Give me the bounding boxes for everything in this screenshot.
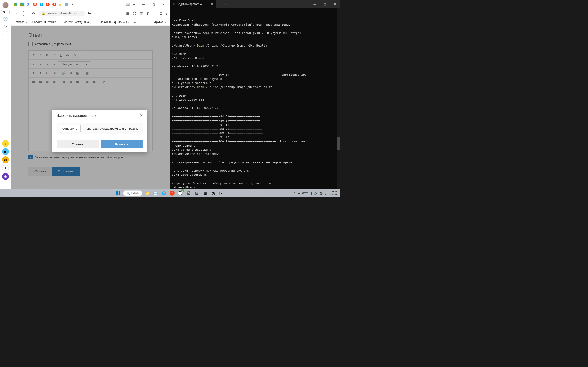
minimize-button[interactable]: — [139, 1, 148, 8]
bookmark-other[interactable]: Другое⌄ [154, 20, 166, 24]
task-mail[interactable]: ✉️ [152, 190, 159, 197]
tab-skype[interactable]: S [39, 2, 44, 7]
reader-mode-icon[interactable]: ▥ [140, 11, 143, 16]
browser-window: 9⌄ 🕘 ▷ 9 𝄞 ▶ ✉ + ◉ ⋯ G Я S Я Я ◆ ▤ + 📖 ≡ [0, 0, 170, 189]
sidebar-app-music[interactable]: 𝄞 [2, 140, 9, 147]
sidebar-overflow-icon[interactable]: ⋯ [3, 181, 8, 186]
bookmark-site[interactable]: Сайт и коммуникаци⌄ [64, 20, 95, 24]
apps-icon[interactable]: ⊞ [126, 11, 129, 16]
tab-yandex-1[interactable]: Я [32, 2, 38, 7]
sidebar-app-mail[interactable]: ✉ [2, 156, 9, 163]
tab-ms-1[interactable] [13, 2, 18, 7]
tray-overflow[interactable]: ^ [294, 192, 295, 195]
clock-icon[interactable]: 🕘 [3, 16, 8, 22]
reload-button[interactable]: ⟳ [30, 10, 37, 17]
download-icon[interactable]: ↓ [166, 11, 167, 15]
sidebar-app-kino[interactable]: ▶ [2, 148, 9, 155]
tray-wifi[interactable]: ⇅ [310, 192, 312, 195]
page-content: Ответ Ответить с цитированием ↶ ↷ B I U … [11, 26, 170, 189]
tab-ms-active[interactable] [19, 2, 25, 7]
headphones-icon[interactable]: 🎧 [132, 11, 137, 16]
bookmark-work[interactable]: Работа⌄ [15, 20, 27, 24]
terminal-body[interactable]: ows PowerShellКорпорация Майкрософт (Mic… [170, 8, 340, 189]
overflow-icon[interactable]: ⋯ [153, 11, 156, 16]
avatar[interactable] [2, 2, 9, 8]
browser-sidebar: 9⌄ 🕘 ▷ 9 𝄞 ▶ ✉ + ◉ ⋯ [0, 0, 11, 189]
terminal-window: ⊳_ Администратор: Windows Pc ✕ + ⌄ — ▢ ✕… [170, 0, 340, 189]
browser-main: G Я S Я Я ◆ ▤ + 📖 ≡ — ▢ ✕ ← Я ⟳ 🔒 [11, 0, 170, 189]
upload-hint: Перетащите сюда файл для отправки. [84, 127, 138, 130]
terminal-titlebar: ⊳_ Администратор: Windows Pc ✕ + ⌄ — ▢ ✕ [170, 0, 340, 8]
task-app-1[interactable]: ▦ [193, 190, 200, 197]
terminal-scrollbar[interactable] [337, 8, 340, 189]
tray-onedrive[interactable]: ☁ [297, 192, 300, 195]
bookmark-news[interactable]: Новости и чтение⌄ [32, 20, 59, 24]
reader-icon[interactable]: 📖 [126, 2, 130, 6]
taskbar: 🔍Поиск 📁 ✉️ 🌐 Y 💬2 📓 ▦ ▦ ◔ ⊳_ ^ ☁ РУС ⇅ … [0, 189, 340, 197]
task-whatsapp[interactable]: 💬2 [177, 190, 184, 197]
terminal-scroll-thumb[interactable] [337, 137, 340, 150]
new-tab-button[interactable]: + [71, 2, 76, 7]
task-yandex[interactable]: Y [169, 190, 175, 197]
terminal-minimize[interactable]: — [310, 0, 320, 8]
dialog-overlay [11, 26, 170, 189]
play-icon[interactable]: ▷ [3, 23, 8, 29]
tab-count-badge[interactable]: 9⌄ [1, 10, 9, 14]
tab-number-icon[interactable]: 9 [3, 31, 8, 35]
terminal-maximize[interactable]: ▢ [320, 0, 330, 8]
task-terminal[interactable]: ⊳_ [218, 190, 225, 197]
search-icon: 🔍 [127, 192, 130, 195]
dialog-insert-button[interactable]: Вставить [101, 140, 143, 148]
close-button[interactable]: ✕ [159, 1, 168, 8]
task-app-3[interactable]: ◔ [210, 190, 217, 197]
url-field[interactable]: 🔒 answers.microsoft.com [39, 11, 85, 16]
start-button[interactable] [115, 190, 122, 197]
bookmark-more[interactable]: » [134, 20, 136, 24]
page-title: Не по... [88, 12, 99, 15]
upload-dropzone[interactable]: Отправить Перетащите сюда файл для отпра… [57, 123, 143, 134]
tab-doc[interactable]: ▤ [64, 2, 70, 7]
terminal-tab-title: Администратор: Windows Pc [179, 2, 207, 6]
insert-image-dialog: Вставить изображение ✕ Отправить Перетащ… [52, 110, 147, 152]
tab-google[interactable]: G [26, 2, 31, 7]
lock-icon: 🔒 [42, 12, 45, 15]
maximize-button[interactable]: ▢ [149, 1, 158, 8]
tray-power[interactable]: ⏻ [320, 192, 323, 195]
taskbar-search[interactable]: 🔍Поиск [123, 190, 142, 196]
task-explorer[interactable]: 📁 [144, 190, 151, 197]
terminal-close[interactable]: ✕ [330, 0, 340, 8]
task-notion[interactable]: 📓 [185, 190, 192, 197]
tab-strip: G Я S Я Я ◆ ▤ + 📖 ≡ — ▢ ✕ [11, 0, 170, 9]
extensions-icon[interactable]: ⊡ [159, 11, 162, 16]
task-app-2[interactable]: ▦ [202, 190, 208, 197]
url-text: answers.microsoft.com [47, 12, 77, 15]
dialog-close-button[interactable]: ✕ [140, 113, 143, 118]
upload-button[interactable]: Отправить [59, 125, 81, 132]
tray-lang[interactable]: РУС [302, 192, 308, 195]
address-bar: ← Я ⟳ 🔒 answers.microsoft.com Не по... ⊞… [11, 9, 170, 18]
terminal-tab[interactable]: ⊳_ Администратор: Windows Pc ✕ [170, 0, 216, 8]
terminal-tab-dropdown[interactable]: ⌄ [222, 3, 228, 6]
back-button[interactable]: ← [14, 10, 20, 17]
menu-icon[interactable]: ≡ [133, 2, 135, 6]
taskbar-clock[interactable]: 9:45 27.07.2023 [325, 190, 337, 196]
terminal-new-tab[interactable]: + [216, 2, 222, 6]
dialog-cancel-button[interactable]: Отмена [57, 140, 99, 148]
bookmark-bar: Работа⌄ Новости и чтение⌄ Сайт и коммуни… [11, 18, 170, 26]
task-edge[interactable]: 🌐 [160, 190, 167, 197]
home-button[interactable]: Я [23, 11, 28, 16]
terminal-tab-close[interactable]: ✕ [211, 2, 213, 6]
tab-star[interactable]: ◆ [58, 2, 63, 7]
tab-yandex-2[interactable]: Я [45, 2, 51, 7]
sidebar-app-alisa[interactable]: ◉ [2, 173, 9, 180]
bookmark-icon[interactable]: ◧ [146, 11, 149, 16]
tray-volume[interactable]: 🔊 [314, 192, 318, 195]
sidebar-add-button[interactable]: + [2, 165, 9, 172]
dialog-title: Вставить изображение [57, 114, 96, 118]
powershell-icon: ⊳_ [173, 2, 177, 6]
tab-yandex-3[interactable]: Я [52, 2, 57, 7]
bookmark-finance[interactable]: Покупки и финансы⌄ [100, 20, 130, 24]
